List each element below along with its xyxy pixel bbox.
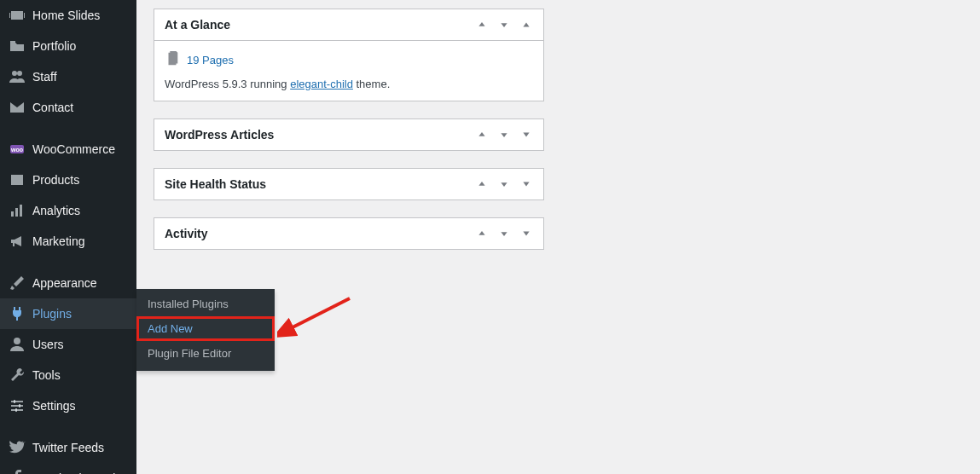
- move-down-button[interactable]: [497, 227, 511, 240]
- sidebar-item-portfolio[interactable]: Portfolio: [0, 31, 136, 61]
- svg-rect-5: [11, 175, 23, 176]
- sidebar-item-plugins[interactable]: Plugins: [0, 298, 136, 329]
- sidebar-item-twitter-feeds[interactable]: Twitter Feeds: [0, 431, 136, 463]
- sidebar-item-label: Twitter Feeds: [32, 441, 104, 454]
- facebook-icon: [9, 470, 26, 474]
- sidebar-item-users[interactable]: Users: [0, 329, 136, 360]
- svg-point-9: [14, 338, 20, 344]
- sidebar-item-settings[interactable]: Settings: [0, 390, 136, 421]
- analytics-icon: [9, 202, 26, 219]
- move-up-button[interactable]: [475, 177, 489, 191]
- svg-text:woo: woo: [10, 147, 23, 153]
- sidebar-item-label: Staff: [32, 70, 57, 84]
- sidebar-item-label: Contact: [32, 101, 73, 114]
- panel-title: Site Health Status: [165, 177, 266, 191]
- submenu-installed-plugins[interactable]: Installed Plugins: [136, 289, 275, 316]
- sidebar-item-home-slides[interactable]: Home Slides: [0, 0, 136, 31]
- sidebar-item-tools[interactable]: Tools: [0, 360, 136, 390]
- sidebar-item-label: Appearance: [32, 276, 97, 290]
- brush-icon: [9, 275, 26, 292]
- panel-controls: [475, 177, 533, 191]
- woocommerce-icon: woo: [9, 141, 26, 158]
- move-up-button[interactable]: [475, 128, 489, 142]
- svg-rect-15: [15, 408, 17, 412]
- submenu-plugin-file-editor[interactable]: Plugin File Editor: [136, 341, 275, 371]
- toggle-panel-button[interactable]: [519, 128, 533, 142]
- sidebar-item-label: Tools: [32, 368, 61, 382]
- twitter-icon: [9, 439, 26, 456]
- panel-activity: Activity: [154, 217, 544, 250]
- plug-icon: [9, 305, 26, 322]
- annotation-arrow: [277, 294, 354, 344]
- toggle-panel-button[interactable]: [519, 177, 533, 191]
- panel-site-health: Site Health Status: [154, 168, 544, 200]
- toggle-panel-button[interactable]: [519, 18, 533, 32]
- panel-title: At a Glance: [165, 18, 230, 32]
- sidebar-item-staff[interactable]: Staff: [0, 61, 136, 92]
- svg-rect-14: [19, 404, 20, 408]
- panel-at-a-glance: At a Glance 19 Pages WordPress 5.9.3 run…: [154, 9, 544, 101]
- products-icon: [9, 171, 26, 188]
- portfolio-icon: [9, 38, 26, 55]
- sidebar-item-label: Plugins: [32, 307, 72, 321]
- slides-icon: [9, 7, 26, 24]
- submenu-add-new[interactable]: Add New: [136, 316, 275, 341]
- wp-version-text: WordPress 5.9.3 running elegant-child th…: [165, 78, 533, 90]
- sidebar-item-products[interactable]: Products: [0, 165, 136, 195]
- sidebar-item-label: WooCommerce: [32, 142, 115, 156]
- pages-icon: [165, 51, 180, 69]
- pages-link[interactable]: 19 Pages: [187, 54, 234, 66]
- sidebar-item-woocommerce[interactable]: woo WooCommerce: [0, 133, 136, 165]
- svg-rect-13: [14, 400, 15, 403]
- sidebar-item-label: Portfolio: [32, 39, 76, 53]
- svg-line-16: [287, 298, 350, 330]
- staff-icon: [9, 68, 26, 85]
- svg-rect-4: [11, 176, 23, 185]
- admin-sidebar: Home Slides Portfolio Staff Contact woo …: [0, 0, 136, 474]
- sidebar-item-label: Products: [32, 173, 79, 187]
- sidebar-item-analytics[interactable]: Analytics: [0, 195, 136, 226]
- sidebar-item-contact[interactable]: Contact: [0, 92, 136, 123]
- panel-controls: [475, 18, 533, 32]
- svg-rect-6: [11, 211, 14, 217]
- svg-rect-8: [20, 205, 22, 217]
- sidebar-item-appearance[interactable]: Appearance: [0, 267, 136, 298]
- sidebar-item-facebook-feed[interactable]: Facebook Feed: [0, 463, 136, 474]
- svg-rect-10: [11, 401, 23, 402]
- sidebar-item-label: Analytics: [32, 204, 80, 217]
- panel-wordpress-articles: WordPress Articles: [154, 118, 544, 151]
- megaphone-icon: [9, 233, 26, 250]
- toggle-panel-button[interactable]: [519, 227, 533, 240]
- panel-controls: [475, 128, 533, 142]
- sidebar-item-marketing[interactable]: Marketing: [0, 226, 136, 257]
- envelope-icon: [9, 99, 26, 116]
- panel-controls: [475, 227, 533, 240]
- plugins-submenu: Installed Plugins Add New Plugin File Ed…: [136, 289, 275, 371]
- move-up-button[interactable]: [475, 227, 489, 240]
- user-icon: [9, 336, 26, 353]
- move-down-button[interactable]: [497, 177, 511, 191]
- svg-rect-7: [15, 208, 18, 217]
- panel-title: WordPress Articles: [165, 128, 274, 142]
- sliders-icon: [9, 397, 26, 414]
- sidebar-item-label: Users: [32, 338, 64, 351]
- sidebar-item-label: Home Slides: [32, 9, 100, 22]
- svg-point-0: [12, 71, 17, 76]
- sidebar-item-label: Marketing: [32, 234, 84, 248]
- wrench-icon: [9, 367, 26, 384]
- move-down-button[interactable]: [497, 128, 511, 142]
- move-up-button[interactable]: [475, 18, 489, 32]
- panel-title: Activity: [165, 227, 208, 240]
- dashboard-content: At a Glance 19 Pages WordPress 5.9.3 run…: [154, 9, 544, 267]
- sidebar-item-label: Settings: [32, 399, 76, 413]
- theme-link[interactable]: elegant-child: [290, 78, 353, 90]
- move-down-button[interactable]: [497, 18, 511, 32]
- svg-rect-11: [11, 405, 23, 407]
- svg-point-1: [17, 71, 22, 76]
